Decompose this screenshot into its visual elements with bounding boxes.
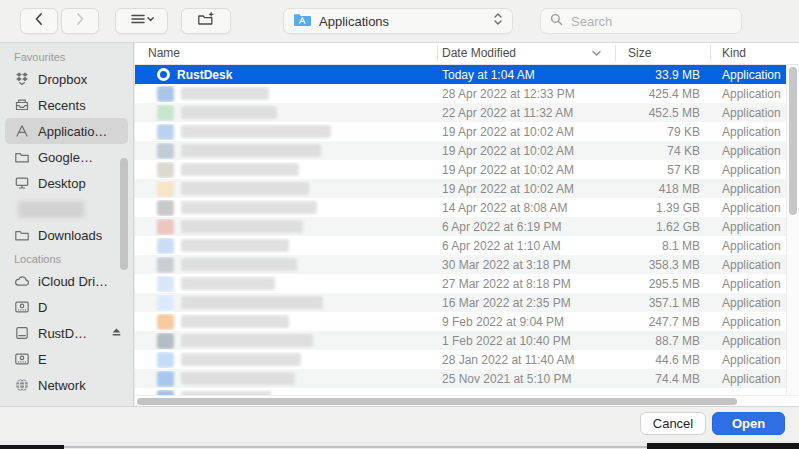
table-row[interactable]: 6 Apr 2022 at 6:19 PM1.62 GBApplication (135, 217, 799, 236)
sidebar-item-redacted[interactable] (5, 196, 128, 222)
redacted-file-icon (157, 333, 174, 349)
toolbar: Applications (0, 0, 799, 43)
table-row[interactable]: 28 Apr 2022 at 12:33 PM425.4 MBApplicati… (135, 84, 799, 103)
redacted-file-name (181, 144, 321, 157)
dialog-footer: Cancel Open (0, 406, 799, 441)
date-modified-cell: 19 Apr 2022 at 10:02 AM (437, 163, 615, 177)
open-file-dialog: Applications Favourites DropboxRecentsAp… (0, 0, 799, 449)
table-row[interactable]: 19 Apr 2022 at 10:02 AM418 MBApplication (135, 179, 799, 198)
sidebar-item-d[interactable]: D (5, 294, 128, 320)
background-window-left (0, 445, 64, 449)
redacted-file-icon (157, 257, 174, 273)
redacted-file-icon (157, 352, 174, 368)
table-row[interactable]: 6 Apr 2022 at 1:10 AM8.1 MBApplication (135, 236, 799, 255)
list-view-icon (129, 11, 155, 31)
new-folder-button[interactable] (181, 8, 231, 34)
back-button[interactable] (20, 8, 58, 34)
file-name-cell (135, 257, 437, 273)
date-modified-cell: 28 Apr 2022 at 12:33 PM (437, 87, 615, 101)
file-name-cell (135, 276, 437, 292)
file-name-cell (135, 352, 437, 368)
redacted-file-icon (157, 371, 174, 387)
sidebar-item-dropbox[interactable]: Dropbox (5, 66, 128, 92)
sidebar-item-label: RustD… (38, 326, 87, 341)
eject-icon[interactable] (110, 325, 123, 341)
cancel-button[interactable]: Cancel (640, 412, 706, 435)
sidebar-item-applicatio[interactable]: Applicatio… (5, 118, 128, 144)
column-header-kind[interactable]: Kind (710, 42, 799, 64)
table-row[interactable]: 1 Feb 2022 at 10:40 PM88.7 MBApplication (135, 331, 799, 350)
size-cell: 247.7 MB (615, 315, 710, 329)
redacted-file-icon (157, 314, 174, 330)
table-row[interactable]: 30 Mar 2022 at 3:18 PM358.3 MBApplicatio… (135, 255, 799, 274)
sort-descending-icon (591, 46, 602, 60)
forward-button[interactable] (61, 8, 99, 34)
redacted-sidebar-item (18, 201, 84, 218)
redacted-file-name (181, 125, 331, 138)
sidebar-item-desktop[interactable]: Desktop (5, 170, 128, 196)
search-input[interactable] (569, 13, 749, 30)
redacted-file-icon (157, 200, 174, 216)
disk-icon (14, 299, 30, 315)
date-modified-cell: 19 Apr 2022 at 10:02 AM (437, 182, 615, 196)
size-cell: 452.5 MB (615, 106, 710, 120)
date-modified-cell: 27 Mar 2022 at 8:18 PM (437, 277, 615, 291)
file-name-cell (135, 371, 437, 387)
file-name-cell: RustDesk (135, 68, 437, 82)
table-row[interactable] (135, 388, 799, 395)
file-name-cell (135, 314, 437, 330)
sidebar-section-locations: Locations iCloud Dri…DRustD…ENetwork (0, 248, 133, 398)
location-dropdown[interactable]: Applications (283, 8, 513, 34)
vertical-scrollbar[interactable] (786, 65, 799, 395)
date-modified-cell: 19 Apr 2022 at 10:02 AM (437, 125, 615, 139)
table-row[interactable]: 14 Apr 2022 at 8:08 AM1.39 GBApplication (135, 198, 799, 217)
table-row[interactable]: 16 Mar 2022 at 2:35 PM357.1 MBApplicatio… (135, 293, 799, 312)
size-cell: 8.1 MB (615, 239, 710, 253)
table-row[interactable]: 22 Apr 2022 at 11:32 AM452.5 MBApplicati… (135, 103, 799, 122)
sidebar-item-e[interactable]: E (5, 346, 128, 372)
sidebar-item-rustd[interactable]: RustD… (5, 320, 128, 346)
vertical-scrollbar-thumb[interactable] (789, 67, 797, 215)
sidebar-item-network[interactable]: Network (5, 372, 128, 398)
redacted-file-icon (157, 143, 174, 159)
column-header-date-modified[interactable]: Date Modified (437, 42, 615, 64)
table-row[interactable]: 19 Apr 2022 at 10:02 AM74 KBApplication (135, 141, 799, 160)
sidebar-item-icloud-dri[interactable]: iCloud Dri… (5, 268, 128, 294)
date-modified-cell: Today at 1:04 AM (437, 68, 615, 82)
rustdesk-icon (157, 68, 170, 81)
table-row[interactable]: 25 Nov 2021 at 5:10 PM74.4 MBApplication (135, 369, 799, 388)
sidebar-item-google[interactable]: Google… (5, 144, 128, 170)
volume-icon (14, 325, 30, 341)
table-row-rustdesk[interactable]: RustDeskToday at 1:04 AM33.9 MBApplicati… (135, 65, 799, 84)
sidebar-item-label: Dropbox (38, 72, 87, 87)
size-cell: 33.9 MB (615, 68, 710, 82)
sidebar-section-favourites: Favourites DropboxRecentsApplicatio…Goog… (0, 46, 133, 248)
table-row[interactable]: 28 Jan 2022 at 11:40 AM44.6 MBApplicatio… (135, 350, 799, 369)
open-button[interactable]: Open (712, 412, 785, 435)
sidebar-item-label: Desktop (38, 176, 86, 191)
column-header-size[interactable]: Size (615, 42, 710, 64)
sidebar-item-label: Applicatio… (38, 124, 107, 139)
sidebar-scrollbar-thumb[interactable] (120, 158, 128, 270)
file-name-cell (135, 333, 437, 349)
sidebar-item-downloads[interactable]: Downloads (5, 222, 128, 248)
search-field[interactable] (540, 8, 742, 34)
column-header-name[interactable]: Name (135, 42, 437, 64)
table-row[interactable]: 19 Apr 2022 at 10:02 AM79 KBApplication (135, 122, 799, 141)
table-row[interactable]: 9 Feb 2022 at 9:04 PM247.7 MBApplication (135, 312, 799, 331)
sidebar-item-recents[interactable]: Recents (5, 92, 128, 118)
redacted-file-name (181, 258, 297, 271)
table-row[interactable]: 27 Mar 2022 at 8:18 PM295.5 MBApplicatio… (135, 274, 799, 293)
selected-file-name: RustDesk (177, 68, 232, 82)
redacted-file-name (181, 372, 295, 385)
date-modified-cell: 9 Feb 2022 at 9:04 PM (437, 315, 615, 329)
sidebar-item-label: Network (38, 378, 86, 393)
file-name-cell (135, 200, 437, 216)
date-modified-cell: 19 Apr 2022 at 10:02 AM (437, 144, 615, 158)
file-name-cell (135, 181, 437, 197)
file-name-cell (135, 86, 437, 102)
column-header-date-label: Date Modified (442, 46, 516, 60)
table-row[interactable]: 19 Apr 2022 at 10:02 AM57 KBApplication (135, 160, 799, 179)
view-options-button[interactable] (115, 8, 168, 34)
horizontal-scrollbar-thumb[interactable] (137, 398, 737, 405)
